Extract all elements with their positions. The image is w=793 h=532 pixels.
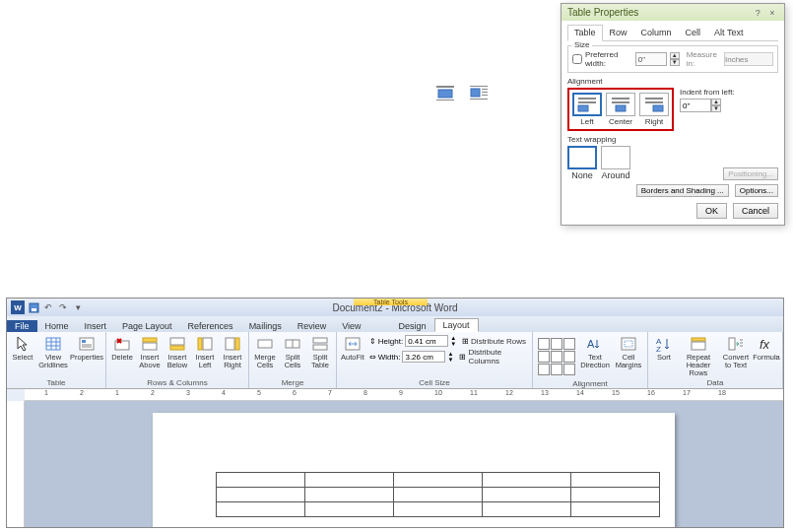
cancel-button[interactable]: Cancel bbox=[733, 203, 778, 219]
insert-above-icon bbox=[141, 335, 159, 353]
height-arrow-icon: ⇕ bbox=[369, 337, 376, 346]
svg-rect-33 bbox=[170, 346, 184, 350]
save-icon[interactable] bbox=[28, 301, 39, 313]
tab-home[interactable]: Home bbox=[37, 320, 77, 332]
ribbon: Select View Gridlines Properties Table D… bbox=[7, 332, 783, 389]
sort-icon: AZ bbox=[655, 335, 673, 353]
svg-rect-15 bbox=[482, 92, 488, 93]
horizontal-ruler[interactable]: 12123456789101112131415161718 bbox=[25, 389, 783, 401]
ok-button[interactable]: OK bbox=[696, 203, 727, 219]
tab-design[interactable]: Design bbox=[391, 320, 434, 332]
close-icon[interactable]: × bbox=[766, 8, 778, 18]
tab-review[interactable]: Review bbox=[290, 320, 335, 332]
titlebar: W ↶ ↷ ▾ Document2 - Microsoft Word Table… bbox=[7, 299, 783, 316]
svg-rect-45 bbox=[622, 338, 635, 350]
group-data: AZ Sort Repeat Header Rows Convert to Te… bbox=[648, 332, 783, 388]
table-properties-dialog: Table Properties ? × Table Row Column Ce… bbox=[561, 3, 785, 226]
redo-icon[interactable]: ↷ bbox=[57, 301, 69, 313]
options-button[interactable]: Options... bbox=[735, 184, 778, 197]
preferred-width-checkbox[interactable] bbox=[572, 54, 582, 64]
width-spinner[interactable]: ▲▼ bbox=[447, 351, 453, 363]
vertical-ruler[interactable] bbox=[7, 401, 25, 527]
measure-in-label: Measure in: bbox=[687, 50, 721, 68]
tab-layout[interactable]: Layout bbox=[434, 318, 479, 332]
svg-rect-17 bbox=[470, 99, 488, 100]
insert-left-button[interactable]: Insert Left bbox=[192, 334, 218, 370]
width-label: Width: bbox=[378, 353, 401, 362]
svg-rect-51 bbox=[729, 338, 735, 350]
select-button[interactable]: Select bbox=[10, 334, 35, 363]
tab-table[interactable]: Table bbox=[567, 25, 603, 41]
merge-cells-button[interactable]: Merge Cells bbox=[252, 334, 278, 370]
repeat-header-button[interactable]: Repeat Header Rows bbox=[679, 334, 718, 378]
insert-right-button[interactable]: Insert Right bbox=[220, 334, 245, 370]
insert-below-button[interactable]: Insert Below bbox=[165, 334, 190, 370]
group-cell-size: AutoFit ⇕ Height: ▲▼ ⊞ Distribute Rows ⇔… bbox=[337, 332, 533, 388]
properties-button[interactable]: Properties bbox=[71, 334, 102, 363]
height-input[interactable] bbox=[405, 335, 448, 347]
qat-customize-icon[interactable]: ▾ bbox=[72, 301, 84, 313]
svg-rect-26 bbox=[82, 340, 86, 343]
document-table[interactable] bbox=[216, 472, 660, 517]
width-input[interactable] bbox=[402, 351, 445, 363]
cell-margins-button[interactable]: Cell Margins bbox=[613, 334, 644, 370]
dialog-title: Table Properties bbox=[567, 7, 638, 18]
distribute-rows-button[interactable]: Distribute Rows bbox=[471, 337, 526, 346]
wrap-around-label: Around bbox=[601, 170, 629, 180]
tab-view[interactable]: View bbox=[334, 320, 368, 332]
positioning-button[interactable]: Positioning... bbox=[723, 167, 778, 180]
distribute-rows-icon: ⊞ bbox=[462, 337, 469, 346]
insert-above-button[interactable]: Insert Above bbox=[137, 334, 163, 370]
height-label: Height: bbox=[378, 337, 403, 346]
insert-below-icon bbox=[168, 335, 186, 353]
text-direction-button[interactable]: A Text Direction bbox=[579, 334, 611, 370]
split-table-button[interactable]: Split Table bbox=[307, 334, 333, 370]
convert-icon bbox=[727, 335, 745, 353]
svg-rect-10 bbox=[438, 90, 452, 98]
word-window: W ↶ ↷ ▾ Document2 - Microsoft Word Table… bbox=[6, 298, 784, 528]
svg-rect-38 bbox=[258, 340, 272, 348]
distribute-cols-button[interactable]: Distribute Columns bbox=[468, 348, 529, 366]
preferred-width-spinner[interactable]: ▲▼ bbox=[670, 52, 680, 66]
svg-rect-49 bbox=[692, 338, 705, 341]
borders-shading-button[interactable]: Borders and Shading ... bbox=[636, 184, 729, 197]
tab-alt-text[interactable]: Alt Text bbox=[707, 25, 750, 40]
dialog-titlebar[interactable]: Table Properties ? × bbox=[562, 4, 784, 21]
height-spinner[interactable]: ▲▼ bbox=[450, 335, 456, 347]
sort-button[interactable]: AZ Sort bbox=[651, 334, 677, 363]
size-group: Size Preferred width: ▲▼ Measure in: bbox=[567, 45, 778, 73]
tab-insert[interactable]: Insert bbox=[77, 320, 115, 332]
undo-icon[interactable]: ↶ bbox=[42, 301, 54, 313]
convert-button[interactable]: Convert to Text bbox=[720, 334, 752, 370]
tab-file[interactable]: File bbox=[7, 320, 37, 332]
tab-row[interactable]: Row bbox=[603, 25, 634, 40]
view-gridlines-button[interactable]: View Gridlines bbox=[37, 334, 69, 370]
formula-button[interactable]: fx Formula bbox=[754, 334, 779, 363]
svg-rect-12 bbox=[470, 86, 488, 87]
svg-rect-20 bbox=[46, 338, 60, 350]
svg-rect-25 bbox=[80, 338, 94, 350]
svg-rect-35 bbox=[198, 338, 202, 350]
table-tools-label: Table Tools bbox=[354, 299, 428, 305]
autofit-button[interactable]: AutoFit bbox=[340, 334, 365, 363]
tab-cell[interactable]: Cell bbox=[679, 25, 708, 40]
split-cells-button[interactable]: Split Cells bbox=[280, 334, 305, 370]
tab-mailings[interactable]: Mailings bbox=[241, 320, 290, 332]
svg-rect-16 bbox=[482, 95, 488, 96]
measure-in-select[interactable] bbox=[724, 52, 773, 66]
svg-rect-13 bbox=[471, 89, 480, 97]
svg-rect-11 bbox=[436, 100, 454, 100]
alignment-grid[interactable] bbox=[538, 338, 575, 375]
wrap-around-option[interactable]: Around bbox=[601, 146, 630, 180]
help-icon[interactable]: ? bbox=[752, 8, 763, 18]
word-app-icon[interactable]: W bbox=[11, 300, 25, 314]
svg-rect-36 bbox=[226, 338, 234, 350]
tab-page-layout[interactable]: Page Layout bbox=[114, 320, 180, 332]
tab-column[interactable]: Column bbox=[634, 25, 679, 40]
text-direction-icon: A bbox=[586, 335, 604, 353]
tab-references[interactable]: References bbox=[180, 320, 241, 332]
svg-rect-30 bbox=[143, 343, 157, 350]
delete-button[interactable]: Delete bbox=[109, 334, 135, 363]
document-page[interactable] bbox=[153, 413, 675, 528]
preferred-width-input[interactable] bbox=[635, 52, 667, 66]
